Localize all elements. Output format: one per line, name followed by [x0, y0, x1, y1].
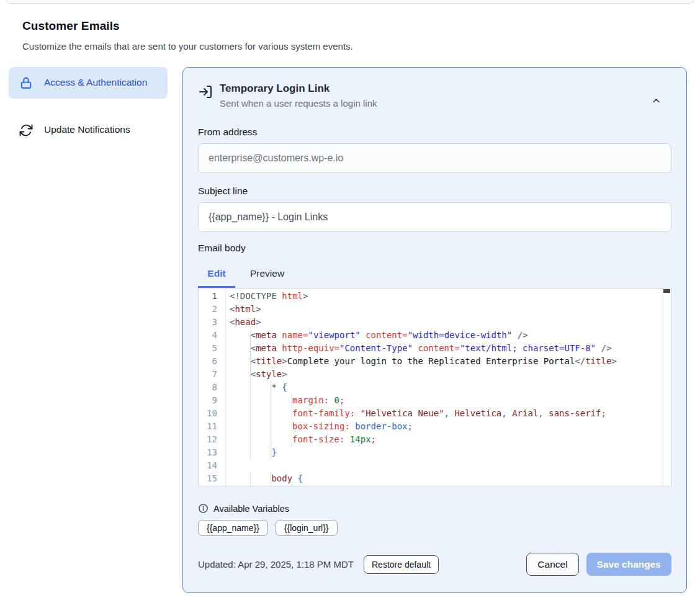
- code-text: body {: [225, 472, 303, 485]
- tab-preview[interactable]: Preview: [250, 268, 284, 288]
- code-line: 5<meta http-equiv="Content-Type" content…: [199, 342, 671, 355]
- code-text: * {: [225, 381, 287, 394]
- code-text: }: [225, 446, 277, 459]
- line-number: 7: [199, 368, 225, 381]
- sidebar-item-label: Access & Authentication: [44, 75, 147, 90]
- subject-line-input[interactable]: [198, 202, 671, 232]
- scrollbar-thumb[interactable]: [663, 289, 670, 293]
- code-line: 12font-size: 14px;: [199, 433, 671, 446]
- code-line: 2<html>: [199, 303, 671, 316]
- code-lines: 1<!DOCTYPE html>2<html>3<head>4<meta nam…: [199, 288, 671, 486]
- sidebar-item-access-authentication[interactable]: Access & Authentication: [9, 67, 168, 99]
- indent-guide: [271, 433, 292, 446]
- refresh-icon: [19, 123, 34, 138]
- indent-guide: [251, 420, 272, 433]
- code-line: 13}: [199, 446, 671, 459]
- cancel-button[interactable]: Cancel: [526, 553, 578, 576]
- from-address-input[interactable]: [198, 143, 671, 173]
- indent-guide: [230, 407, 251, 420]
- scrollbar-track: [663, 288, 663, 486]
- code-line: 9margin: 0;: [199, 394, 671, 407]
- collapse-button[interactable]: [651, 96, 662, 108]
- code-line: 8* {: [199, 381, 671, 394]
- from-address-label: From address: [198, 127, 671, 138]
- code-text: <!DOCTYPE html>: [225, 290, 308, 303]
- line-number: 11: [199, 420, 225, 433]
- code-text: <style>: [225, 368, 287, 381]
- indent-guide: [230, 472, 251, 485]
- line-number: 16: [199, 485, 225, 486]
- email-template-card: Temporary Login Link Sent when a user re…: [182, 67, 687, 593]
- page-subtitle: Customize the emails that are sent to yo…: [22, 41, 678, 51]
- sidebar: Access & AuthenticationUpdate Notificati…: [9, 67, 168, 593]
- indent-guide: [271, 420, 292, 433]
- indent-guide: [230, 355, 251, 368]
- code-line: 11box-sizing: border-box;: [199, 420, 671, 433]
- code-line: 16background-color: #ffffff;: [199, 485, 671, 486]
- line-number: 8: [199, 381, 225, 394]
- info-icon[interactable]: [198, 503, 209, 514]
- indent-guide: [271, 394, 292, 407]
- indent-guide: [251, 433, 272, 446]
- email-body-label: Email body: [198, 243, 671, 254]
- subject-line-label: Subject line: [198, 186, 671, 197]
- updated-timestamp: Updated: Apr 29, 2025, 1:18 PM MDT: [198, 559, 354, 570]
- chevron-up-icon: [651, 99, 662, 108]
- line-number: 6: [199, 355, 225, 368]
- indent-guide: [251, 485, 272, 486]
- available-variables-label: Available Variables: [213, 504, 289, 514]
- code-line: 15body {: [199, 472, 671, 485]
- indent-guide: [251, 407, 272, 420]
- indent-guide: [230, 329, 251, 342]
- code-text: font-family: "Helvetica Neue", Helvetica…: [225, 407, 606, 420]
- code-line: 14: [199, 459, 671, 472]
- code-text: margin: 0;: [225, 394, 344, 407]
- indent-guide: [230, 394, 251, 407]
- code-line: 1<!DOCTYPE html>: [199, 290, 671, 303]
- code-text: [225, 459, 230, 472]
- code-line: 3<head>: [199, 316, 671, 329]
- code-editor[interactable]: 1<!DOCTYPE html>2<html>3<head>4<meta nam…: [198, 288, 671, 486]
- line-number: 15: [199, 472, 225, 485]
- indent-guide: [251, 446, 272, 459]
- tab-edit[interactable]: Edit: [198, 268, 235, 288]
- line-number: 14: [199, 459, 225, 472]
- indent-guide: [230, 420, 251, 433]
- code-text: <meta name="viewport" content="width=dev…: [225, 329, 528, 342]
- variable-chips: {{app_name}}{{login_url}}: [198, 520, 671, 536]
- code-line: 4<meta name="viewport" content="width=de…: [199, 329, 671, 342]
- lock-icon: [19, 76, 34, 91]
- card-footer: Updated: Apr 29, 2025, 1:18 PM MDT Resto…: [198, 553, 671, 576]
- line-number: 2: [199, 303, 225, 316]
- code-line: 10font-family: "Helvetica Neue", Helveti…: [199, 407, 671, 420]
- indent-guide: [251, 381, 272, 394]
- variable-chip[interactable]: {{login_url}}: [276, 520, 338, 536]
- page-title: Customer Emails: [22, 19, 678, 33]
- restore-default-button[interactable]: Restore default: [364, 555, 439, 574]
- indent-guide: [251, 472, 272, 485]
- indent-guide: [251, 394, 272, 407]
- indent-guide: [230, 446, 251, 459]
- code-line: 7<style>: [199, 368, 671, 381]
- sidebar-item-label: Update Notifications: [44, 122, 130, 137]
- code-text: font-size: 14px;: [225, 433, 376, 446]
- code-text: <meta http-equiv="Content-Type" content=…: [225, 342, 611, 355]
- email-body-tabs: EditPreview: [198, 268, 671, 288]
- line-number: 12: [199, 433, 225, 446]
- line-number: 13: [199, 446, 225, 459]
- page-header: Customer Emails Customize the emails tha…: [22, 19, 678, 51]
- indent-guide: [230, 433, 251, 446]
- indent-guide: [230, 342, 251, 355]
- line-number: 10: [199, 407, 225, 420]
- sidebar-item-update-notifications[interactable]: Update Notifications: [9, 114, 168, 146]
- indent-guide: [271, 407, 292, 420]
- line-number: 9: [199, 394, 225, 407]
- save-changes-button[interactable]: Save changes: [586, 553, 671, 576]
- variable-chip[interactable]: {{app_name}}: [198, 520, 268, 536]
- code-text: box-sizing: border-box;: [225, 420, 413, 433]
- code-line: 6<title>Complete your login to the Repli…: [199, 355, 671, 368]
- line-number: 1: [199, 290, 225, 303]
- code-text: <title>Complete your login to the Replic…: [225, 355, 617, 368]
- indent-guide: [271, 485, 292, 486]
- code-text: background-color: #ffffff;: [225, 485, 428, 486]
